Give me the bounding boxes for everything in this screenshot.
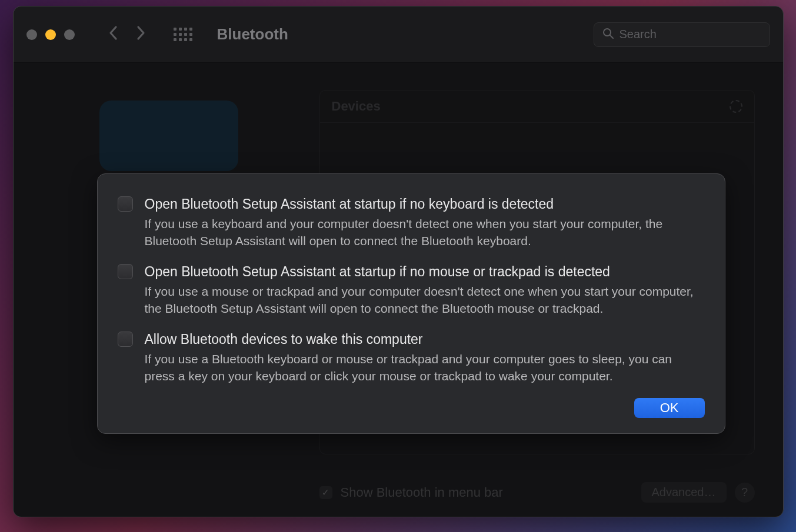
option-desc: If you use a Bluetooth keyboard or mouse… (145, 351, 705, 385)
option-wake-checkbox[interactable] (118, 332, 133, 347)
option-title: Allow Bluetooth devices to wake this com… (145, 330, 705, 349)
minimize-window-button[interactable] (45, 29, 56, 40)
toolbar: Bluetooth (14, 6, 783, 63)
option-keyboard-checkbox[interactable] (118, 196, 133, 212)
option-text-block: Open Bluetooth Setup Assistant at startu… (145, 195, 705, 250)
modal-option: Open Bluetooth Setup Assistant at startu… (118, 263, 705, 317)
search-icon (602, 28, 614, 41)
option-mouse-checkbox[interactable] (118, 264, 133, 279)
svg-point-0 (604, 29, 611, 36)
modal-option: Allow Bluetooth devices to wake this com… (118, 330, 705, 385)
modal-option: Open Bluetooth Setup Assistant at startu… (118, 195, 705, 250)
preferences-window: Bluetooth Devices ✓ Show Bluetooth in me… (13, 6, 784, 517)
option-text-block: Allow Bluetooth devices to wake this com… (145, 330, 705, 385)
history-nav (108, 25, 146, 44)
option-title: Open Bluetooth Setup Assistant at startu… (145, 195, 705, 213)
modal-actions: OK (118, 398, 705, 418)
svg-line-1 (610, 35, 613, 38)
window-title: Bluetooth (217, 25, 288, 44)
option-desc: If you use a keyboard and your computer … (145, 216, 705, 250)
forward-button[interactable] (136, 25, 146, 44)
zoom-window-button[interactable] (64, 29, 75, 40)
search-field[interactable] (594, 22, 770, 47)
option-title: Open Bluetooth Setup Assistant at startu… (145, 263, 705, 281)
traffic-lights (26, 29, 75, 40)
content-area: Devices ✓ Show Bluetooth in menu bar Adv… (14, 63, 783, 517)
search-input[interactable] (620, 28, 761, 41)
advanced-modal: Open Bluetooth Setup Assistant at startu… (97, 173, 725, 434)
option-desc: If you use a mouse or trackpad and your … (145, 283, 705, 317)
ok-button[interactable]: OK (634, 398, 705, 418)
option-text-block: Open Bluetooth Setup Assistant at startu… (145, 263, 705, 317)
show-all-icon[interactable] (174, 28, 192, 41)
close-window-button[interactable] (26, 29, 37, 40)
back-button[interactable] (108, 25, 118, 44)
